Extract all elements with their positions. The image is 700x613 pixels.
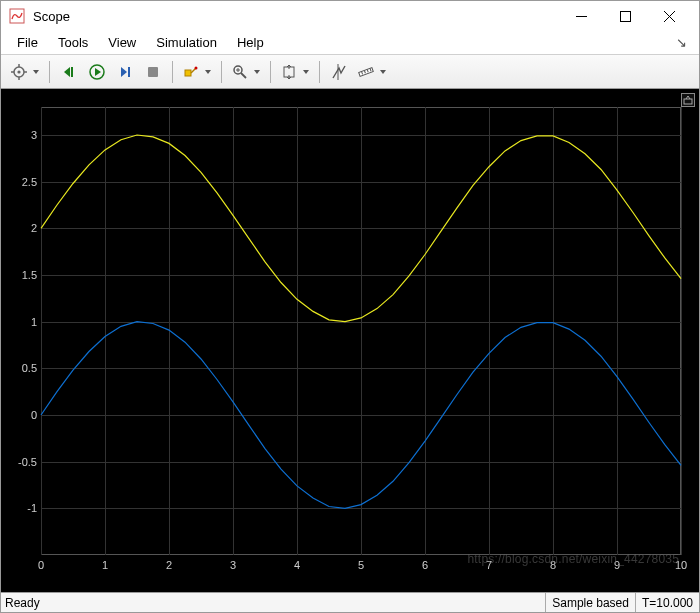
status-ready: Ready — [1, 596, 40, 610]
ytick: 1 — [3, 316, 37, 328]
xtick: 1 — [102, 559, 108, 571]
step-forward-button[interactable] — [112, 59, 138, 85]
maximize-button[interactable] — [603, 1, 647, 31]
titlebar: Scope — [1, 1, 699, 31]
curves-svg — [41, 107, 681, 555]
menu-help[interactable]: Help — [227, 33, 274, 52]
grid-v — [681, 107, 682, 555]
minimize-button[interactable] — [559, 1, 603, 31]
run-button[interactable] — [84, 59, 110, 85]
ytick: -1 — [3, 502, 37, 514]
ytick: -0.5 — [3, 456, 37, 468]
menu-overflow-icon[interactable]: ↘ — [673, 35, 693, 50]
series-2 — [41, 322, 681, 509]
xtick: 2 — [166, 559, 172, 571]
xtick: 4 — [294, 559, 300, 571]
zoom-button[interactable] — [228, 59, 264, 85]
svg-line-18 — [241, 73, 246, 78]
watermark: https://blog.csdn.net/weixin_44278035 — [467, 552, 679, 566]
svg-rect-25 — [359, 67, 374, 76]
plot-area[interactable]: 012345678910-1-0.500.511.522.53 https://… — [1, 89, 699, 592]
xtick: 3 — [230, 559, 236, 571]
status-time: T=10.000 — [635, 593, 699, 612]
stop-button[interactable] — [140, 59, 166, 85]
cursor-button[interactable] — [326, 59, 352, 85]
ytick: 0.5 — [3, 362, 37, 374]
maximize-axes-button[interactable] — [681, 93, 695, 107]
window-title: Scope — [33, 9, 70, 24]
close-button[interactable] — [647, 1, 691, 31]
app-icon — [9, 8, 25, 24]
menubar: File Tools View Simulation Help ↘ — [1, 31, 699, 55]
menu-view[interactable]: View — [98, 33, 146, 52]
ytick: 3 — [3, 129, 37, 141]
menu-simulation[interactable]: Simulation — [146, 33, 227, 52]
svg-rect-2 — [620, 11, 630, 21]
svg-rect-11 — [71, 67, 73, 77]
svg-rect-15 — [185, 70, 191, 76]
menu-file[interactable]: File — [7, 33, 48, 52]
step-back-button[interactable] — [56, 59, 82, 85]
statusbar: Ready Sample based T=10.000 — [1, 592, 699, 612]
svg-rect-14 — [148, 67, 158, 77]
ytick: 0 — [3, 409, 37, 421]
svg-rect-13 — [128, 67, 130, 77]
svg-point-16 — [195, 66, 198, 69]
settings-button[interactable] — [7, 59, 43, 85]
ytick: 2 — [3, 222, 37, 234]
status-mode: Sample based — [545, 593, 635, 612]
menu-tools[interactable]: Tools — [48, 33, 98, 52]
svg-rect-30 — [684, 99, 692, 104]
svg-point-6 — [17, 70, 20, 73]
xtick: 6 — [422, 559, 428, 571]
ytick: 2.5 — [3, 176, 37, 188]
series-1 — [41, 135, 681, 322]
xtick: 0 — [38, 559, 44, 571]
highlight-button[interactable] — [179, 59, 215, 85]
toolbar — [1, 55, 699, 89]
measure-button[interactable] — [354, 59, 390, 85]
xtick: 5 — [358, 559, 364, 571]
autoscale-button[interactable] — [277, 59, 313, 85]
ytick: 1.5 — [3, 269, 37, 281]
